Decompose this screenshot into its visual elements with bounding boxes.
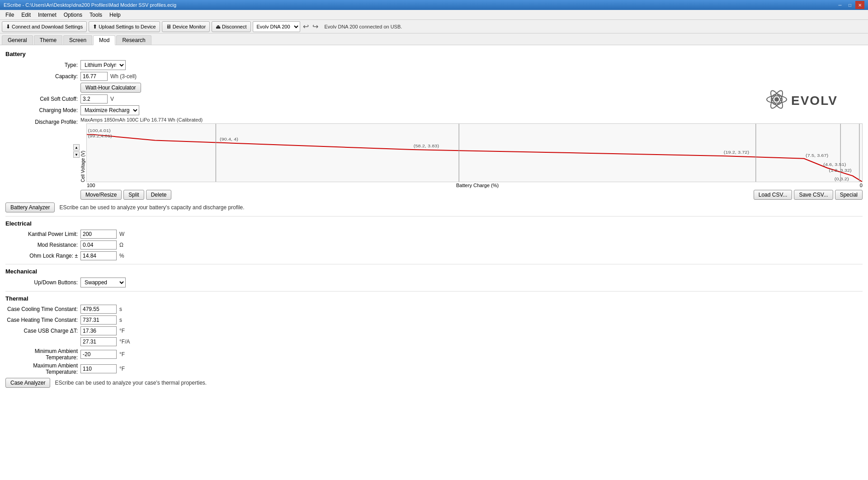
kanthal-row: Kanthal Power Limit: W <box>5 230 863 239</box>
menu-help[interactable]: Help <box>106 11 124 19</box>
cooling-row: Case Cooling Time Constant: s <box>5 305 863 314</box>
usb-charge2-unit: °F/A <box>119 339 130 345</box>
menu-tools[interactable]: Tools <box>86 11 106 19</box>
delete-btn[interactable]: Delete <box>146 190 172 200</box>
updown-buttons-label: Up/Down Buttons: <box>5 279 78 286</box>
svg-text:(90.4, 4): (90.4, 4) <box>220 137 238 141</box>
chart-controls: Move/Resize Split Delete Load CSV... Sav… <box>80 190 863 200</box>
save-csv-btn[interactable]: Save CSV... <box>794 190 833 200</box>
mod-resistance-input[interactable] <box>80 240 117 249</box>
battery-capacity-unit: Wh (3-cell) <box>110 73 137 80</box>
upload-settings-button[interactable]: ⬆ Upload Settings to Device <box>89 21 160 32</box>
tab-mod[interactable]: Mod <box>93 35 115 45</box>
usb-charge2-row: °F/A <box>5 337 863 346</box>
battery-capacity-input[interactable] <box>80 72 108 81</box>
special-btn[interactable]: Special <box>835 190 863 200</box>
ohm-lock-input[interactable] <box>80 251 117 260</box>
svg-text:(4.6, 3.51): (4.6, 3.51) <box>823 162 846 167</box>
disconnect-icon: ⏏ <box>216 24 221 30</box>
kanthal-label: Kanthal Power Limit: <box>5 231 78 237</box>
battery-type-label: Type: <box>5 62 78 68</box>
chart-canvas[interactable]: (100,4.01) (90.4, 4) (58.2, 3.83) (19.2,… <box>86 123 863 182</box>
min-temp-label: Minimum Ambient Temperature: <box>5 348 78 361</box>
tab-screen[interactable]: Screen <box>63 35 92 45</box>
usb-charge-unit: °F <box>119 328 125 334</box>
battery-capacity-label: Capacity: <box>5 73 78 80</box>
watt-hour-btn[interactable]: Watt-Hour Calculator <box>80 83 141 93</box>
min-temp-row: Minimum Ambient Temperature: °F <box>5 348 863 361</box>
disconnect-button[interactable]: ⏏ Disconnect <box>212 21 250 32</box>
divider-1 <box>5 216 863 216</box>
charging-mode-label: Charging Mode: <box>5 107 78 113</box>
svg-point-4 <box>774 97 779 102</box>
svg-text:(0,3.2): (0,3.2) <box>835 177 849 181</box>
maximize-button[interactable]: □ <box>845 1 854 9</box>
tab-research[interactable]: Research <box>116 35 151 45</box>
battery-analyzer-row: Battery Analyzer EScribe can be used to … <box>5 202 863 212</box>
svg-text:(1.2, 3.32): (1.2, 3.32) <box>829 168 852 173</box>
toolbar: ⬇ Connect and Download Settings ⬆ Upload… <box>0 20 868 33</box>
charging-mode-select[interactable]: Maximize Recharges <box>80 105 139 115</box>
usb-charge-label: Case USB Charge ΔT: <box>5 328 78 334</box>
undo-button[interactable]: ↩ <box>302 22 310 31</box>
updown-buttons-select[interactable]: Swapped <box>80 278 126 287</box>
split-btn[interactable]: Split <box>123 190 144 200</box>
battery-type-select[interactable]: Lithium Polymer <box>80 60 126 70</box>
min-temp-input[interactable] <box>80 350 117 359</box>
chart-scroll-down[interactable]: ▼ <box>73 151 80 158</box>
load-csv-btn[interactable]: Load CSV... <box>754 190 793 200</box>
mod-resistance-unit: Ω <box>119 242 123 248</box>
cooling-input[interactable] <box>80 305 117 314</box>
minimize-button[interactable]: ─ <box>835 1 844 9</box>
move-resize-btn[interactable]: Move/Resize <box>80 190 122 200</box>
redo-button[interactable]: ↪ <box>311 22 319 31</box>
kanthal-input[interactable] <box>80 230 117 239</box>
heating-label: Case Heating Time Constant: <box>5 317 78 323</box>
svg-text:(19.2, 3.72): (19.2, 3.72) <box>724 150 749 155</box>
electrical-section-title: Electrical <box>5 220 863 227</box>
upload-icon: ⬆ <box>93 24 97 30</box>
tab-theme[interactable]: Theme <box>34 35 62 45</box>
menu-internet[interactable]: Internet <box>34 11 60 19</box>
connect-download-button[interactable]: ⬇ Connect and Download Settings <box>2 21 87 32</box>
close-button[interactable]: ✕ <box>855 1 864 9</box>
soft-cutoff-unit: V <box>110 96 114 102</box>
heating-row: Case Heating Time Constant: s <box>5 315 863 325</box>
device-monitor-button[interactable]: 🖥 Device Monitor <box>162 21 210 32</box>
ohm-lock-row: Ohm Lock Range: ± % <box>5 251 863 260</box>
main-wrapper: EVOLV Battery Type: Lithium Polymer Capa… <box>0 45 868 480</box>
kanthal-unit: W <box>119 231 124 237</box>
menu-edit[interactable]: Edit <box>18 11 34 19</box>
status-text: Evolv DNA 200 connected on USB. <box>325 24 402 29</box>
heating-input[interactable] <box>80 315 117 325</box>
soft-cutoff-label: Cell Soft Cutoff: <box>5 96 78 102</box>
chart-y-axis-label: Cell Voltage (V) <box>80 123 85 182</box>
max-temp-input[interactable] <box>80 364 117 373</box>
chart-x-label: Battery Charge (%) <box>456 183 499 188</box>
battery-analyzer-btn[interactable]: Battery Analyzer <box>5 202 55 212</box>
thermal-section-title: Thermal <box>5 295 863 302</box>
menu-file[interactable]: File <box>2 11 18 19</box>
usb-charge2-input[interactable] <box>80 337 117 346</box>
tabs: General Theme Screen Mod Research <box>0 33 868 45</box>
device-select[interactable]: Evolv DNA 200 <box>253 21 300 32</box>
svg-text:(58.2, 3.83): (58.2, 3.83) <box>414 144 439 148</box>
battery-capacity-row: Capacity: Wh (3-cell) <box>5 72 863 81</box>
chart-x-right: 0 <box>860 183 863 188</box>
ohm-lock-unit: % <box>119 253 124 259</box>
divider-2 <box>5 264 863 264</box>
monitor-icon: 🖥 <box>166 24 171 30</box>
usb-charge-input[interactable] <box>80 326 117 335</box>
tab-general[interactable]: General <box>2 35 33 45</box>
battery-analyzer-note: EScribe can be used to analyze your batt… <box>59 204 244 211</box>
battery-type-row: Type: Lithium Polymer <box>5 60 863 70</box>
cooling-label: Case Cooling Time Constant: <box>5 306 78 312</box>
chart-scroll-up[interactable]: ▲ <box>73 144 80 151</box>
divider-3 <box>5 291 863 292</box>
case-analyzer-note: EScribe can be used to analyze your case… <box>55 380 207 386</box>
updown-buttons-row: Up/Down Buttons: Swapped <box>5 278 863 287</box>
case-analyzer-btn[interactable]: Case Analyzer <box>5 378 50 388</box>
soft-cutoff-input[interactable] <box>80 94 108 104</box>
menu-options[interactable]: Options <box>60 11 86 19</box>
soft-cutoff-row: Cell Soft Cutoff: V <box>5 94 863 104</box>
